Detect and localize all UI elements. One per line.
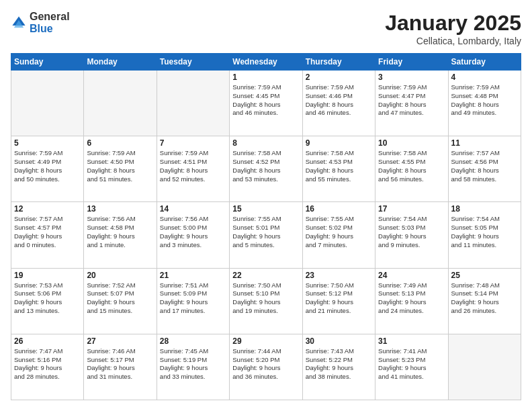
calendar-week-2: 5Sunrise: 7:59 AM Sunset: 4:49 PM Daylig… (11, 136, 521, 202)
day-info: Sunrise: 7:49 AM Sunset: 5:13 PM Dayligh… (378, 281, 445, 316)
title-block: January 2025 Cellatica, Lombardy, Italy (385, 11, 521, 46)
table-row: 29Sunrise: 7:44 AM Sunset: 5:20 PM Dayli… (230, 334, 302, 400)
day-number: 3 (378, 73, 445, 82)
day-number: 27 (87, 336, 153, 346)
day-info: Sunrise: 7:56 AM Sunset: 5:00 PM Dayligh… (160, 215, 226, 249)
day-info: Sunrise: 7:41 AM Sunset: 5:23 PM Dayligh… (378, 347, 445, 381)
logo-general: General (30, 11, 70, 23)
day-info: Sunrise: 7:50 AM Sunset: 5:10 PM Dayligh… (232, 281, 299, 316)
day-info: Sunrise: 7:59 AM Sunset: 4:47 PM Dayligh… (378, 83, 445, 118)
header-wednesday: Wednesday (230, 54, 302, 71)
day-info: Sunrise: 7:59 AM Sunset: 4:49 PM Dayligh… (14, 149, 81, 183)
day-number: 25 (451, 271, 518, 280)
table-row: 3Sunrise: 7:59 AM Sunset: 4:47 PM Daylig… (375, 71, 448, 136)
table-row: 21Sunrise: 7:51 AM Sunset: 5:09 PM Dayli… (157, 268, 229, 334)
table-row: 2Sunrise: 7:59 AM Sunset: 4:46 PM Daylig… (302, 71, 375, 136)
day-info: Sunrise: 7:53 AM Sunset: 5:06 PM Dayligh… (14, 281, 81, 316)
header-sunday: Sunday (11, 54, 84, 71)
day-number: 22 (232, 271, 299, 280)
day-info: Sunrise: 7:55 AM Sunset: 5:02 PM Dayligh… (306, 215, 372, 249)
logo-icon (11, 15, 27, 31)
header-thursday: Thursday (302, 54, 375, 71)
table-row: 20Sunrise: 7:52 AM Sunset: 5:07 PM Dayli… (84, 268, 157, 334)
day-info: Sunrise: 7:48 AM Sunset: 5:14 PM Dayligh… (451, 281, 518, 316)
day-info: Sunrise: 7:50 AM Sunset: 5:12 PM Dayligh… (306, 281, 372, 316)
day-number: 8 (232, 138, 299, 148)
calendar-week-4: 19Sunrise: 7:53 AM Sunset: 5:06 PM Dayli… (11, 268, 521, 334)
table-row: 31Sunrise: 7:41 AM Sunset: 5:23 PM Dayli… (375, 334, 448, 400)
day-number: 5 (14, 138, 81, 148)
table-row (11, 71, 84, 136)
day-number: 12 (14, 204, 81, 214)
logo: General Blue (11, 11, 70, 34)
calendar-table: Sunday Monday Tuesday Wednesday Thursday… (11, 53, 521, 400)
table-row (157, 71, 229, 136)
day-info: Sunrise: 7:58 AM Sunset: 4:55 PM Dayligh… (378, 149, 445, 183)
table-row: 10Sunrise: 7:58 AM Sunset: 4:55 PM Dayli… (375, 136, 448, 202)
day-info: Sunrise: 7:47 AM Sunset: 5:16 PM Dayligh… (14, 347, 81, 381)
day-number: 14 (160, 204, 226, 214)
day-info: Sunrise: 7:43 AM Sunset: 5:22 PM Dayligh… (306, 347, 372, 381)
day-number: 4 (451, 73, 518, 82)
table-row: 9Sunrise: 7:58 AM Sunset: 4:53 PM Daylig… (302, 136, 375, 202)
logo-blue: Blue (30, 23, 70, 35)
day-number: 26 (14, 336, 81, 346)
day-info: Sunrise: 7:54 AM Sunset: 5:05 PM Dayligh… (451, 215, 518, 249)
table-row: 17Sunrise: 7:54 AM Sunset: 5:03 PM Dayli… (375, 202, 448, 268)
header-monday: Monday (84, 54, 157, 71)
table-row: 18Sunrise: 7:54 AM Sunset: 5:05 PM Dayli… (448, 202, 521, 268)
table-row: 19Sunrise: 7:53 AM Sunset: 5:06 PM Dayli… (11, 268, 84, 334)
day-number: 30 (306, 336, 372, 346)
table-row: 27Sunrise: 7:46 AM Sunset: 5:17 PM Dayli… (84, 334, 157, 400)
table-row: 13Sunrise: 7:56 AM Sunset: 4:58 PM Dayli… (84, 202, 157, 268)
day-info: Sunrise: 7:57 AM Sunset: 4:57 PM Dayligh… (14, 215, 81, 249)
day-number: 1 (232, 73, 299, 82)
table-row: 11Sunrise: 7:57 AM Sunset: 4:56 PM Dayli… (448, 136, 521, 202)
day-number: 16 (306, 204, 372, 214)
header-saturday: Saturday (448, 54, 521, 71)
day-info: Sunrise: 7:54 AM Sunset: 5:03 PM Dayligh… (378, 215, 445, 249)
calendar-week-5: 26Sunrise: 7:47 AM Sunset: 5:16 PM Dayli… (11, 334, 521, 400)
table-row: 26Sunrise: 7:47 AM Sunset: 5:16 PM Dayli… (11, 334, 84, 400)
day-info: Sunrise: 7:52 AM Sunset: 5:07 PM Dayligh… (87, 281, 153, 316)
day-number: 11 (451, 138, 518, 148)
table-row (448, 334, 521, 400)
table-row: 14Sunrise: 7:56 AM Sunset: 5:00 PM Dayli… (157, 202, 229, 268)
table-row: 28Sunrise: 7:45 AM Sunset: 5:19 PM Dayli… (157, 334, 229, 400)
table-row: 8Sunrise: 7:58 AM Sunset: 4:52 PM Daylig… (230, 136, 302, 202)
table-row: 16Sunrise: 7:55 AM Sunset: 5:02 PM Dayli… (302, 202, 375, 268)
table-row: 23Sunrise: 7:50 AM Sunset: 5:12 PM Dayli… (302, 268, 375, 334)
day-info: Sunrise: 7:44 AM Sunset: 5:20 PM Dayligh… (232, 347, 299, 381)
day-info: Sunrise: 7:56 AM Sunset: 4:58 PM Dayligh… (87, 215, 153, 249)
table-row: 4Sunrise: 7:59 AM Sunset: 4:48 PM Daylig… (448, 71, 521, 136)
day-number: 17 (378, 204, 445, 214)
header: General Blue January 2025 Cellatica, Lom… (11, 11, 521, 46)
day-number: 7 (160, 138, 226, 148)
table-row: 6Sunrise: 7:59 AM Sunset: 4:50 PM Daylig… (84, 136, 157, 202)
table-row: 7Sunrise: 7:59 AM Sunset: 4:51 PM Daylig… (157, 136, 229, 202)
calendar-title: January 2025 (385, 11, 521, 36)
day-info: Sunrise: 7:58 AM Sunset: 4:53 PM Dayligh… (306, 149, 372, 183)
calendar-header-row: Sunday Monday Tuesday Wednesday Thursday… (11, 54, 521, 71)
table-row (84, 71, 157, 136)
calendar-week-1: 1Sunrise: 7:59 AM Sunset: 4:45 PM Daylig… (11, 71, 521, 136)
day-number: 23 (306, 271, 372, 280)
day-info: Sunrise: 7:59 AM Sunset: 4:51 PM Dayligh… (160, 149, 226, 183)
day-number: 18 (451, 204, 518, 214)
table-row: 30Sunrise: 7:43 AM Sunset: 5:22 PM Dayli… (302, 334, 375, 400)
day-info: Sunrise: 7:45 AM Sunset: 5:19 PM Dayligh… (160, 347, 226, 381)
day-info: Sunrise: 7:55 AM Sunset: 5:01 PM Dayligh… (232, 215, 299, 249)
day-number: 21 (160, 271, 226, 280)
calendar-subtitle: Cellatica, Lombardy, Italy (385, 36, 521, 46)
table-row: 25Sunrise: 7:48 AM Sunset: 5:14 PM Dayli… (448, 268, 521, 334)
day-info: Sunrise: 7:59 AM Sunset: 4:46 PM Dayligh… (306, 83, 372, 118)
table-row: 24Sunrise: 7:49 AM Sunset: 5:13 PM Dayli… (375, 268, 448, 334)
day-number: 19 (14, 271, 81, 280)
table-row: 22Sunrise: 7:50 AM Sunset: 5:10 PM Dayli… (230, 268, 302, 334)
day-number: 28 (160, 336, 226, 346)
header-friday: Friday (375, 54, 448, 71)
day-number: 31 (378, 336, 445, 346)
day-number: 15 (232, 204, 299, 214)
day-info: Sunrise: 7:59 AM Sunset: 4:45 PM Dayligh… (232, 83, 299, 118)
logo-text: General Blue (30, 11, 70, 34)
